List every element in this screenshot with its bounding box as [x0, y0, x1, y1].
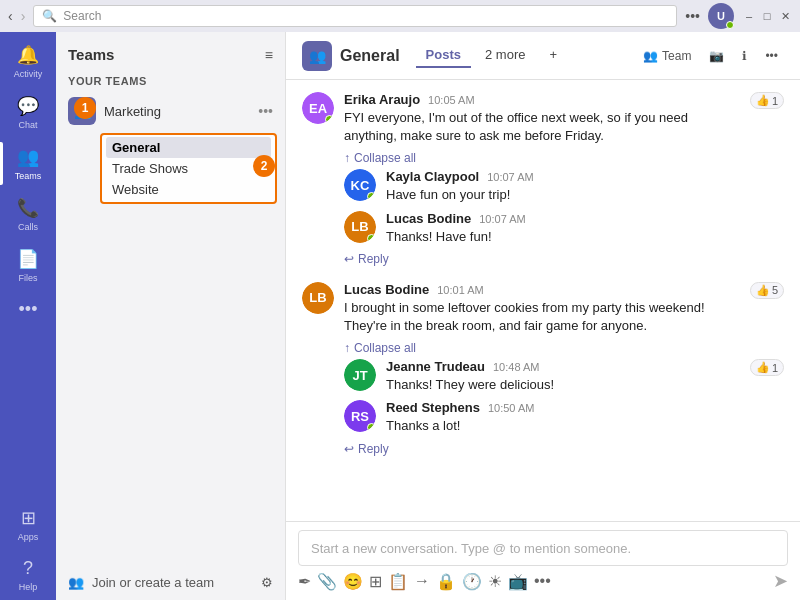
add-tab-button[interactable]: +: [539, 43, 567, 68]
info-button[interactable]: ℹ: [736, 46, 753, 66]
channel-trade-shows[interactable]: Trade Shows: [106, 158, 271, 179]
team-btn-icon: 👥: [643, 49, 658, 63]
back-icon[interactable]: ‹: [8, 8, 13, 24]
collapse2-icon: ↑: [344, 341, 350, 355]
sidebar-item-help[interactable]: ? Help: [0, 550, 56, 600]
msg2-text: I brought in some leftover cookies from …: [344, 299, 740, 335]
video-button[interactable]: 📷: [703, 46, 730, 66]
minimize-button[interactable]: –: [742, 9, 756, 23]
forward-icon[interactable]: ›: [21, 8, 26, 24]
reply2-content: Lucas Bodine 10:07 AM Thanks! Have fun!: [386, 211, 784, 246]
calls-icon: 📞: [17, 197, 39, 219]
compose-bar: Start a new conversation. Type @ to ment…: [286, 521, 800, 600]
reply4-online: [367, 423, 376, 432]
channel-avatar: 👥: [302, 41, 332, 71]
msg1-time: 10:05 AM: [428, 94, 474, 106]
reply3-author: Jeanne Trudeau: [386, 359, 485, 374]
nav-rail: 🔔 Activity 💬 Chat 👥 Teams 📞 Calls 📄 File…: [0, 32, 56, 600]
emoji-icon[interactable]: 😊: [343, 572, 363, 591]
reply-row-2: LB Lucas Bodine 10:07 AM Thanks! Have fu…: [344, 211, 784, 246]
chat-icon: 💬: [17, 95, 39, 117]
format-icon[interactable]: ✒: [298, 572, 311, 591]
msg1-content: Erika Araujo 10:05 AM FYI everyone, I'm …: [344, 92, 740, 145]
more-nav-icon: •••: [19, 299, 38, 320]
reply3-avatar: JT: [344, 359, 376, 391]
send-button[interactable]: ➤: [773, 570, 788, 592]
info-icon: ℹ: [742, 49, 747, 63]
tab-more[interactable]: 2 more: [475, 43, 535, 68]
sidebar-title: Teams: [68, 46, 114, 63]
msg2-header: Lucas Bodine 10:01 AM: [344, 282, 740, 297]
msg2-collapse[interactable]: ↑ Collapse all: [344, 341, 784, 355]
reply1-avatar: KC: [344, 169, 376, 201]
settings-icon[interactable]: ⚙: [261, 575, 273, 590]
reply3-reaction-badge[interactable]: 👍 1: [750, 359, 784, 376]
team-button[interactable]: 👥 Team: [637, 46, 697, 66]
msg1-collapse[interactable]: ↑ Collapse all: [344, 151, 784, 165]
sidebar-item-teams[interactable]: 👥 Teams: [0, 138, 56, 189]
more-icon[interactable]: •••: [685, 8, 700, 24]
reply1-content: Kayla Claypool 10:07 AM Have fun on your…: [386, 169, 784, 204]
reply3-reaction: 👍 1: [750, 359, 784, 376]
reply4-time: 10:50 AM: [488, 402, 534, 414]
reply2-text: Thanks! Have fun!: [386, 228, 784, 246]
sidebar-item-more[interactable]: •••: [0, 291, 56, 328]
reply4-avatar: RS: [344, 400, 376, 432]
channel-general[interactable]: General: [106, 137, 271, 158]
join-create-team[interactable]: 👥 Join or create a team ⚙: [56, 565, 285, 600]
close-button[interactable]: ✕: [778, 9, 792, 23]
channel-more-button[interactable]: •••: [759, 46, 784, 66]
attach-icon[interactable]: 📎: [317, 572, 337, 591]
forward-compose-icon[interactable]: →: [414, 572, 430, 590]
msg2-reaction-badge[interactable]: 👍 5: [750, 282, 784, 299]
reply4-text: Thanks a lot!: [386, 417, 784, 435]
reply4-header: Reed Stephens 10:50 AM: [386, 400, 784, 415]
video-icon: 📷: [709, 49, 724, 63]
media-icon[interactable]: 📺: [508, 572, 528, 591]
user-online-dot: [726, 21, 734, 29]
reply4-content: Reed Stephens 10:50 AM Thanks a lot!: [386, 400, 784, 435]
reply2-header: Lucas Bodine 10:07 AM: [386, 211, 784, 226]
compose-placeholder: Start a new conversation. Type @ to ment…: [311, 541, 631, 556]
reply2-icon: ↩: [344, 442, 354, 456]
sidebar-item-activity[interactable]: 🔔 Activity: [0, 36, 56, 87]
reply3-reaction-emoji: 👍: [756, 361, 770, 374]
msg1-reaction-count: 1: [772, 95, 778, 107]
msg1-reply-btn[interactable]: ↩ Reply: [344, 252, 784, 266]
loop-icon[interactable]: 🕐: [462, 572, 482, 591]
join-label: Join or create a team: [92, 575, 214, 590]
search-bar[interactable]: 🔍 Search: [33, 5, 677, 27]
reply2-online: [367, 234, 376, 243]
reply3-content: Jeanne Trudeau 10:48 AM Thanks! They wer…: [386, 359, 740, 394]
channel-list-container: 2 General Trade Shows Website: [56, 131, 285, 206]
maximize-button[interactable]: □: [760, 9, 774, 23]
user-avatar[interactable]: U: [708, 3, 734, 29]
files-icon: 📄: [17, 248, 39, 270]
schedule-icon[interactable]: 📋: [388, 572, 408, 591]
sun-icon[interactable]: ☀: [488, 572, 502, 591]
msg1-online: [325, 115, 334, 124]
reply2-avatar: LB: [344, 211, 376, 243]
compose-more-icon[interactable]: •••: [534, 572, 551, 590]
team-more-icon[interactable]: •••: [258, 103, 273, 119]
reply1-time: 10:07 AM: [487, 171, 533, 183]
msg1-header: Erika Araujo 10:05 AM: [344, 92, 740, 107]
msg1-reaction-badge[interactable]: 👍 1: [750, 92, 784, 109]
message-thread-1: EA Erika Araujo 10:05 AM FYI everyone, I…: [302, 92, 784, 266]
team-marketing-row: 👥 Marketing ••• 1: [56, 91, 285, 131]
message-thread-2: LB Lucas Bodine 10:01 AM I brought in so…: [302, 282, 784, 456]
apps-compose-icon[interactable]: ⊞: [369, 572, 382, 591]
msg2-reply-btn[interactable]: ↩ Reply: [344, 442, 784, 456]
sidebar-item-files[interactable]: 📄 Files: [0, 240, 56, 291]
compose-input[interactable]: Start a new conversation. Type @ to ment…: [298, 530, 788, 566]
tab-posts[interactable]: Posts: [416, 43, 471, 68]
channel-website[interactable]: Website: [106, 179, 271, 200]
sidebar-item-calls[interactable]: 📞 Calls: [0, 189, 56, 240]
msg2-time: 10:01 AM: [437, 284, 483, 296]
msg1-text: FYI everyone, I'm out of the office next…: [344, 109, 740, 145]
filter-icon[interactable]: ≡: [265, 47, 273, 63]
mute-icon[interactable]: 🔒: [436, 572, 456, 591]
sidebar-item-chat[interactable]: 💬 Chat: [0, 87, 56, 138]
sidebar-item-apps[interactable]: ⊞ Apps: [0, 499, 56, 550]
reply-row-3: JT Jeanne Trudeau 10:48 AM Thanks! They …: [344, 359, 784, 394]
